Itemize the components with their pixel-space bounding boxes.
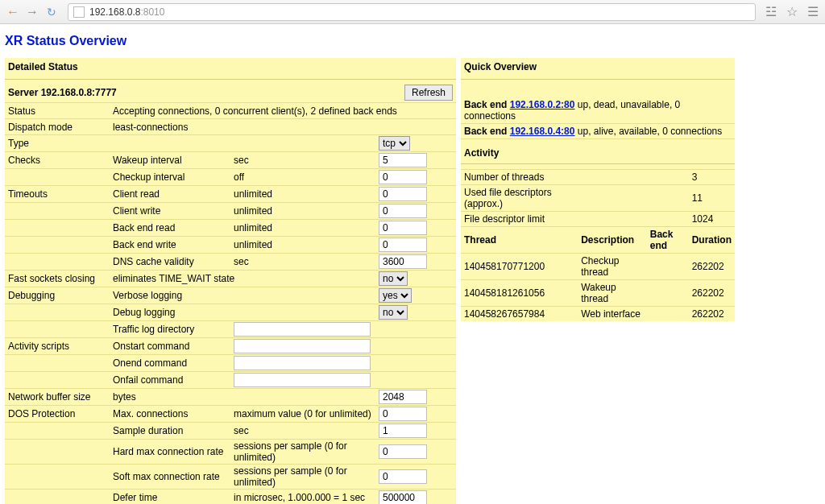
netbuf-input[interactable] [379,390,427,404]
wakeup-label: Wakeup interval [110,152,230,169]
dos-softrate-label: Soft max connection rate [110,465,230,490]
client-write-label: Client write [110,203,230,220]
detailed-status-panel: Detailed Status Server 192.168.0.8:7777 … [5,58,456,504]
url-text: 192.168.0.8:8010 [89,6,164,18]
backend-link-1[interactable]: 192.168.0.2:80 [510,99,575,110]
status-label: Status [5,103,110,119]
backend-row-1: Back end 192.168.0.2:80 up, dead, unavai… [461,97,735,124]
debuglog-select[interactable]: no [379,305,408,320]
fds-label: Used file descriptors (approx.) [461,185,578,212]
backend-row-2: Back end 192.168.0.4:80 up, alive, avail… [461,124,735,139]
dos-maxconn-unit: maximum value (0 for unlimited) [230,406,375,423]
client-write-input[interactable] [379,204,427,218]
page-title: XR Status Overview [5,34,820,48]
fdlimit-value: 1024 [689,212,735,227]
traffic-log-input[interactable] [234,322,371,337]
refresh-button[interactable]: Refresh [404,85,453,101]
onstart-label: Onstart command [110,338,230,355]
dos-hardrate-unit: sessions per sample (0 for unlimited) [230,440,375,465]
timeouts-label: Timeouts [5,186,110,203]
quick-overview-panel: Quick Overview Back end 192.168.0.2:80 u… [461,58,735,321]
onend-input[interactable] [234,356,371,370]
be-read-unit: unlimited [230,220,375,237]
type-label: Type [5,135,110,152]
dos-defer-input[interactable] [379,490,427,504]
dos-sample-input[interactable] [379,423,427,438]
dns-input[interactable] [379,254,427,269]
traffic-log-label: Traffic log directory [110,321,230,338]
thread-row: 140458267657984 Web interface 262202 [461,307,735,322]
onfail-label: Onfail command [110,372,230,389]
th-backend: Back end [647,227,689,254]
dos-sample-unit: sec [230,423,375,440]
nav-fwd-icon[interactable]: → [24,4,40,20]
thread-row: 140458181261056 Wakeup thread 262202 [461,280,735,307]
netbuf-label: Network buffer size [5,389,110,406]
page-icon [73,6,85,18]
dos-softrate-unit: sessions per sample (0 for unlimited) [230,465,375,490]
be-write-input[interactable] [379,238,427,252]
activity-header: Activity [461,139,735,164]
debugging-label: Debugging [5,287,110,304]
backend-link-2[interactable]: 192.168.0.4:80 [510,126,575,137]
dos-hardrate-input[interactable] [379,444,427,459]
fds-value: 11 [689,185,735,212]
translate-icon[interactable]: ☳ [764,5,778,19]
verbose-select[interactable]: yes [379,288,412,303]
client-read-unit: unlimited [230,186,375,203]
fast-sockets-label: Fast sockets closing [5,271,110,287]
onend-label: Onend command [110,355,230,372]
browser-chrome: ← → ↻ 192.168.0.8:8010 ☳ ☆ ☰ [0,0,825,24]
checkup-unit: off [230,169,375,186]
checks-label: Checks [5,152,110,169]
fast-sockets-select[interactable]: no [379,271,408,286]
dos-hardrate-label: Hard max connection rate [110,440,230,465]
onstart-input[interactable] [234,339,371,353]
be-read-label: Back end read [110,220,230,237]
dos-softrate-input[interactable] [379,469,427,484]
fast-sockets-desc: eliminates TIME_WAIT state [110,271,375,287]
page-body: XR Status Overview Detailed Status Serve… [0,24,825,504]
onfail-input[interactable] [234,373,371,387]
be-write-unit: unlimited [230,237,375,254]
wakeup-input[interactable] [379,153,427,167]
status-table: Status Accepting connections, 0 concurre… [5,102,456,504]
be-read-input[interactable] [379,221,427,235]
th-desc: Description [578,227,647,254]
threads-value: 3 [689,170,735,185]
checkup-label: Checkup interval [110,169,230,186]
debuglog-label: Debug logging [110,304,375,321]
fdlimit-label: File descriptor limit [461,212,578,227]
netbuf-unit: bytes [110,389,230,406]
client-write-unit: unlimited [230,203,375,220]
verbose-label: Verbose logging [110,287,375,304]
threads-label: Number of threads [461,170,578,185]
activity-scripts-label: Activity scripts [5,338,110,355]
server-label: Server 192.168.0.8:7777 [8,87,117,98]
detailed-status-header: Detailed Status [5,58,456,80]
activity-table: Number of threads3 Used file descriptors… [461,169,735,321]
checkup-input[interactable] [379,170,427,184]
dispatch-value: least-connections [110,119,456,135]
dos-label: DOS Protection [5,406,110,423]
menu-icon[interactable]: ☰ [806,5,820,19]
dos-defer-unit: in microsec, 1.000.000 = 1 sec [230,490,375,505]
th-duration: Duration [689,227,735,254]
dos-defer-label: Defer time [110,490,230,505]
client-read-input[interactable] [379,187,427,201]
type-select[interactable]: tcp [379,136,410,151]
url-bar[interactable]: 192.168.0.8:8010 [68,3,756,21]
dns-unit: sec [230,254,375,271]
status-value: Accepting connections, 0 concurrent clie… [110,103,456,119]
dos-maxconn-input[interactable] [379,407,427,421]
star-icon[interactable]: ☆ [785,5,799,19]
th-thread: Thread [461,227,578,254]
dispatch-label: Dispatch mode [5,119,110,135]
nav-back-icon[interactable]: ← [5,4,21,20]
be-write-label: Back end write [110,237,230,254]
wakeup-unit: sec [230,152,375,169]
reload-icon[interactable]: ↻ [44,4,60,20]
dos-sample-label: Sample duration [110,423,230,440]
client-read-label: Client read [110,186,230,203]
thread-row: 140458170771200 Checkup thread 262202 [461,254,735,280]
